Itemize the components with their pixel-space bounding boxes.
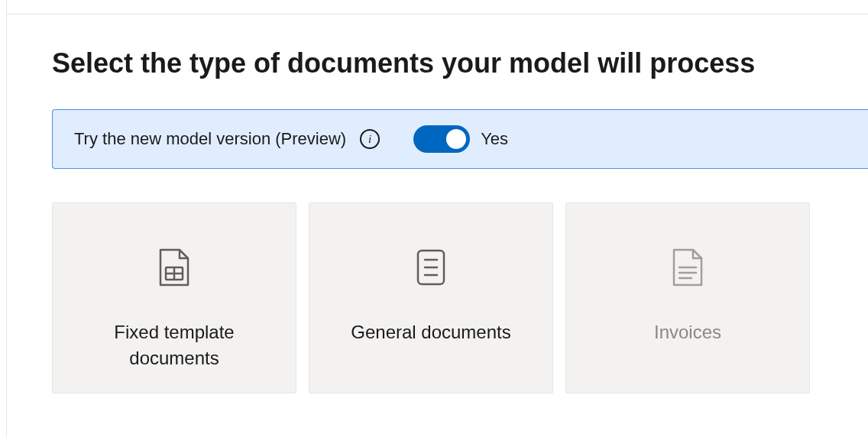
- document-type-cards: Fixed template documents General documen…: [52, 202, 868, 393]
- toggle-state-label: Yes: [481, 129, 508, 149]
- divider-left: [6, 0, 7, 437]
- invoices-icon: [672, 246, 704, 289]
- card-label: Invoices: [639, 319, 737, 345]
- card-general-documents[interactable]: General documents: [309, 202, 553, 393]
- divider-top: [6, 14, 868, 15]
- preview-label: Try the new model version (Preview): [74, 129, 346, 149]
- preview-toggle[interactable]: [413, 125, 470, 153]
- card-invoices: Invoices: [565, 202, 810, 393]
- toggle-knob: [446, 129, 466, 149]
- card-label: Fixed template documents: [53, 319, 296, 371]
- page-title: Select the type of documents your model …: [52, 46, 868, 80]
- card-fixed-template[interactable]: Fixed template documents: [52, 202, 296, 393]
- fixed-template-icon: [158, 246, 190, 289]
- preview-banner: Try the new model version (Preview) i Ye…: [52, 109, 868, 169]
- card-label: General documents: [335, 319, 526, 345]
- info-icon[interactable]: i: [360, 129, 380, 149]
- general-documents-icon: [416, 246, 446, 289]
- toggle-container: Yes: [413, 125, 508, 153]
- main-content: Select the type of documents your model …: [52, 46, 868, 393]
